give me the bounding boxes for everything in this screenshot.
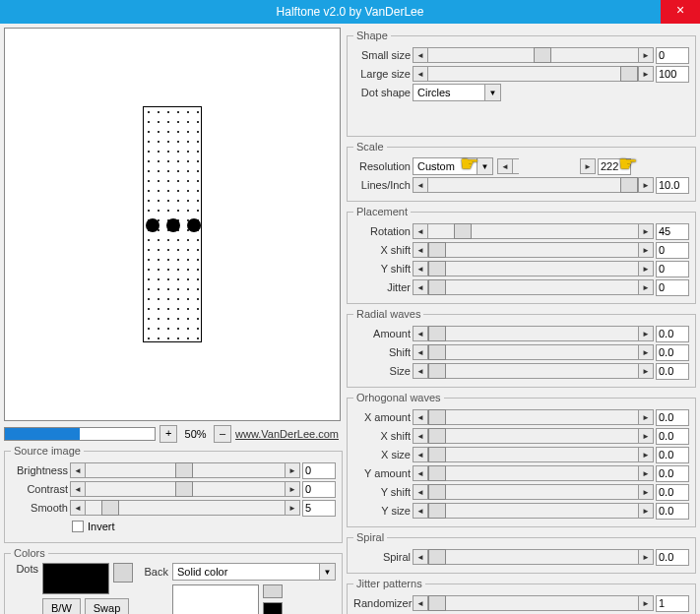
dots-alt-swatch[interactable]	[113, 563, 133, 583]
o-yamount-dec[interactable]: ◄	[413, 465, 428, 481]
yshift-slider[interactable]	[428, 261, 638, 276]
invert-checkbox[interactable]	[72, 521, 84, 532]
r-amount-slider[interactable]	[428, 326, 638, 341]
r-size-value[interactable]: 0.0	[656, 363, 689, 380]
o-xamount-value[interactable]: 0.0	[656, 409, 689, 426]
r-amount-dec[interactable]: ◄	[413, 326, 428, 341]
zoom-out-button[interactable]: –	[214, 425, 231, 443]
brightness-slider[interactable]	[86, 462, 285, 478]
o-xshift-slider[interactable]	[428, 428, 638, 444]
jitter-inc[interactable]: ►	[638, 279, 654, 295]
spiral-slider[interactable]	[428, 549, 638, 565]
brightness-value[interactable]: 0	[302, 462, 336, 479]
r-amount-inc[interactable]: ►	[638, 326, 654, 341]
o-xsize-value[interactable]: 0.0	[656, 447, 689, 463]
rotation-value[interactable]: 45	[656, 223, 689, 240]
o-yamount-slider[interactable]	[428, 465, 638, 481]
o-xsize-slider[interactable]	[428, 447, 638, 462]
rotation-inc[interactable]: ►	[638, 223, 654, 239]
resolution-combo[interactable]: Custom ▼	[413, 157, 493, 175]
o-ysize-inc[interactable]: ►	[638, 503, 654, 519]
zoom-in-button[interactable]: +	[159, 425, 177, 443]
o-xsize-inc[interactable]: ►	[638, 447, 654, 462]
bw-button[interactable]: B/W	[42, 598, 81, 614]
xshift-value[interactable]: 0	[656, 242, 689, 259]
randomizer-slider[interactable]	[428, 595, 638, 611]
resolution-inc[interactable]: ►	[580, 158, 596, 174]
xshift-slider[interactable]	[428, 242, 638, 258]
o-yshift-slider[interactable]	[428, 484, 638, 500]
smooth-slider[interactable]	[86, 500, 285, 516]
o-xamount-inc[interactable]: ►	[638, 409, 654, 425]
smallsize-inc[interactable]: ►	[638, 47, 654, 63]
spiral-dec[interactable]: ◄	[413, 549, 428, 565]
largesize-dec[interactable]: ◄	[413, 66, 428, 82]
o-yshift-value[interactable]: 0.0	[656, 484, 689, 501]
r-size-dec[interactable]: ◄	[413, 363, 428, 379]
o-ysize-slider[interactable]	[428, 503, 638, 519]
r-shift-value[interactable]: 0.0	[656, 344, 689, 361]
smallsize-dec[interactable]: ◄	[413, 47, 428, 63]
yshift-inc[interactable]: ►	[638, 261, 654, 276]
o-yshift-dec[interactable]: ◄	[413, 484, 428, 500]
lpi-slider[interactable]	[428, 177, 638, 193]
jitter-slider[interactable]	[428, 279, 638, 295]
dots-color-swatch[interactable]	[42, 563, 109, 594]
largesize-value[interactable]: 100	[656, 66, 689, 83]
r-amount-value[interactable]: 0.0	[656, 326, 689, 342]
largesize-inc[interactable]: ►	[638, 66, 654, 82]
contrast-dec[interactable]: ◄	[70, 481, 86, 497]
o-xshift-value[interactable]: 0.0	[656, 428, 689, 445]
lpi-dec[interactable]: ◄	[413, 177, 428, 193]
yshift-value[interactable]: 0	[656, 261, 689, 277]
resolution-dec[interactable]: ◄	[497, 158, 513, 174]
smallsize-slider[interactable]	[428, 47, 638, 63]
xshift-inc[interactable]: ►	[638, 242, 654, 258]
r-shift-slider[interactable]	[428, 344, 638, 360]
brightness-dec[interactable]: ◄	[70, 462, 86, 478]
back-mode-combo[interactable]: Solid color ▼	[172, 563, 336, 581]
o-xamount-slider[interactable]	[428, 409, 638, 425]
contrast-slider[interactable]	[86, 481, 285, 497]
swap-button[interactable]: Swap	[85, 598, 130, 614]
o-yshift-inc[interactable]: ►	[638, 484, 654, 500]
smallsize-value[interactable]: 0	[656, 47, 689, 64]
randomizer-value[interactable]: 1	[656, 595, 689, 612]
o-xsize-dec[interactable]: ◄	[413, 447, 428, 462]
dotshape-combo[interactable]: Circles ▼	[413, 84, 501, 101]
r-shift-inc[interactable]: ►	[638, 344, 654, 360]
largesize-slider[interactable]	[428, 66, 638, 82]
spiral-inc[interactable]: ►	[638, 549, 654, 565]
website-link[interactable]: www.VanDerLee.com	[235, 428, 339, 440]
smooth-inc[interactable]: ►	[285, 500, 300, 516]
lpi-inc[interactable]: ►	[638, 177, 654, 193]
rotation-slider[interactable]	[428, 223, 638, 239]
r-size-slider[interactable]	[428, 363, 638, 379]
o-ysize-dec[interactable]: ◄	[413, 503, 428, 519]
o-xamount-dec[interactable]: ◄	[413, 409, 428, 425]
o-yamount-inc[interactable]: ►	[638, 465, 654, 481]
o-xshift-dec[interactable]: ◄	[413, 428, 428, 444]
randomizer-inc[interactable]: ►	[638, 595, 654, 611]
jitter-value[interactable]: 0	[656, 279, 689, 296]
r-size-inc[interactable]: ►	[638, 363, 654, 379]
randomizer-dec[interactable]: ◄	[413, 595, 428, 611]
close-button[interactable]: ×	[661, 0, 700, 24]
back-alt1-swatch[interactable]	[263, 584, 283, 598]
smooth-dec[interactable]: ◄	[70, 500, 86, 516]
spiral-value[interactable]: 0.0	[656, 549, 689, 566]
back-color-swatch[interactable]	[172, 584, 259, 614]
jitter-dec[interactable]: ◄	[413, 279, 428, 295]
yshift-dec[interactable]: ◄	[413, 261, 428, 276]
lpi-value[interactable]: 10.0	[656, 177, 689, 194]
back-alt2-swatch[interactable]	[263, 602, 283, 614]
resolution-slider[interactable]	[513, 158, 519, 174]
rotation-dec[interactable]: ◄	[413, 223, 428, 239]
contrast-inc[interactable]: ►	[285, 481, 300, 497]
o-yamount-value[interactable]: 0.0	[656, 465, 689, 482]
r-shift-dec[interactable]: ◄	[413, 344, 428, 360]
smooth-value[interactable]: 5	[302, 500, 336, 517]
o-ysize-value[interactable]: 0.0	[656, 503, 689, 520]
xshift-dec[interactable]: ◄	[413, 242, 428, 258]
o-xshift-inc[interactable]: ►	[638, 428, 654, 444]
